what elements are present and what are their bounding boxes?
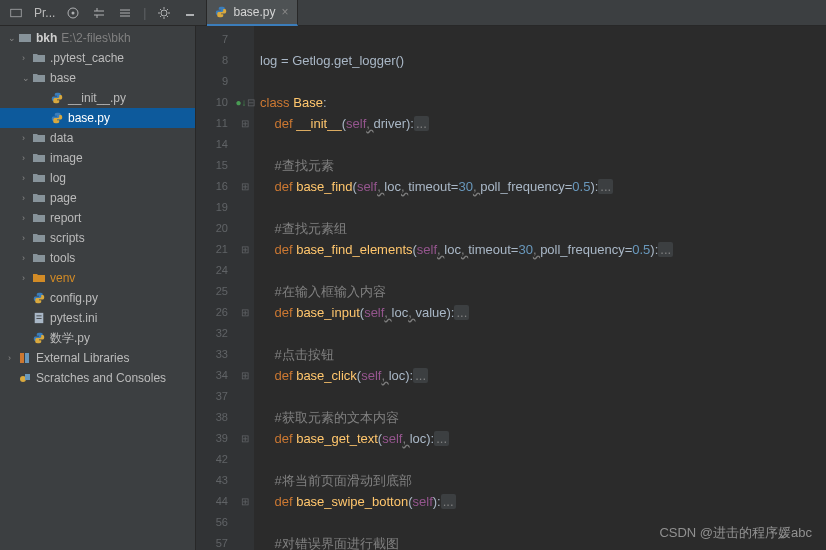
top-toolbar: Pr... | base.py ×	[0, 0, 826, 26]
collapse-all-icon[interactable]	[117, 5, 133, 21]
tree-item[interactable]: ⌄base	[0, 68, 195, 88]
python-icon	[215, 6, 227, 18]
fold-column[interactable]: ●↓⊟⊞⊞⊞⊞⊞⊞⊞	[236, 26, 254, 550]
tree-item[interactable]: ›log	[0, 168, 195, 188]
project-tree[interactable]: ⌄ bkh E:\2-files\bkh ›.pytest_cache⌄base…	[0, 26, 196, 550]
svg-point-2	[72, 11, 75, 14]
tree-item[interactable]: ›page	[0, 188, 195, 208]
project-tool-icon[interactable]	[8, 5, 24, 21]
expand-all-icon[interactable]	[91, 5, 107, 21]
svg-point-3	[161, 10, 167, 16]
code-editor[interactable]: 7891011141516192021242526323334373839424…	[196, 26, 826, 550]
tree-item[interactable]: ›venv	[0, 268, 195, 288]
tree-item[interactable]: config.py	[0, 288, 195, 308]
tree-item[interactable]: ›scripts	[0, 228, 195, 248]
tree-item[interactable]: 数学.py	[0, 328, 195, 348]
tree-root[interactable]: ⌄ bkh E:\2-files\bkh	[0, 28, 195, 48]
svg-rect-11	[25, 374, 30, 380]
gear-icon[interactable]	[156, 5, 172, 21]
scratches[interactable]: Scratches and Consoles	[0, 368, 195, 388]
tree-item[interactable]: __init__.py	[0, 88, 195, 108]
tree-item[interactable]: pytest.ini	[0, 308, 195, 328]
tab-base-py[interactable]: base.py ×	[207, 0, 297, 26]
svg-rect-0	[11, 9, 22, 17]
minimize-icon[interactable]	[182, 5, 198, 21]
svg-rect-6	[36, 315, 41, 316]
target-icon[interactable]	[65, 5, 81, 21]
watermark: CSDN @进击的程序媛abc	[659, 524, 812, 542]
tree-item[interactable]: ›data	[0, 128, 195, 148]
tree-item[interactable]: ›report	[0, 208, 195, 228]
external-libraries[interactable]: › External Libraries	[0, 348, 195, 368]
tree-item[interactable]: ›tools	[0, 248, 195, 268]
svg-rect-9	[25, 353, 29, 363]
code-body[interactable]: log = Getlog.get_logger()class Base: def…	[254, 26, 826, 550]
close-icon[interactable]: ×	[282, 5, 289, 19]
tree-item[interactable]: base.py	[0, 108, 195, 128]
editor-tabs: base.py ×	[207, 0, 297, 26]
tree-item[interactable]: ›image	[0, 148, 195, 168]
tree-item[interactable]: ›.pytest_cache	[0, 48, 195, 68]
tab-filename: base.py	[233, 5, 275, 19]
project-label[interactable]: Pr...	[34, 6, 55, 20]
svg-rect-8	[20, 353, 24, 363]
svg-rect-4	[19, 34, 31, 42]
svg-rect-7	[36, 318, 41, 319]
line-gutter: 7891011141516192021242526323334373839424…	[196, 26, 236, 550]
